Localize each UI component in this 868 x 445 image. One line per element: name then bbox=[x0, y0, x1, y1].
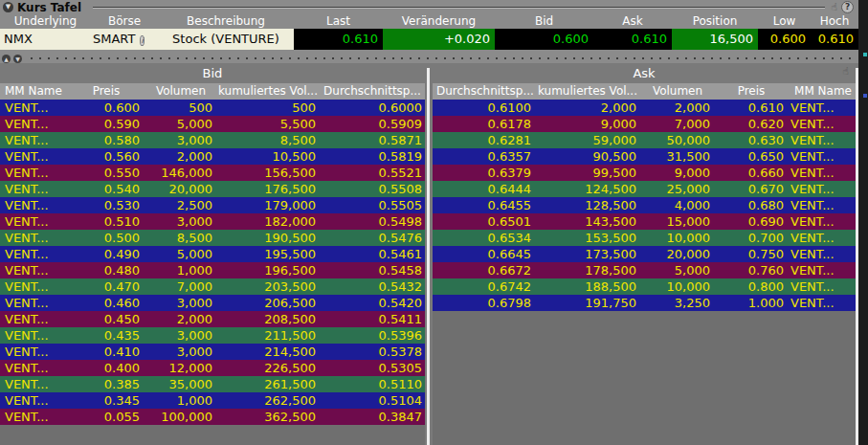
high-cell[interactable]: 0.610 bbox=[811, 29, 858, 50]
bid-cell: 0.5458 bbox=[320, 262, 425, 278]
low-cell[interactable]: 0.600 bbox=[758, 29, 811, 50]
bid-cell: 3,000 bbox=[145, 132, 216, 148]
ask-cell: 0.6645 bbox=[433, 246, 536, 262]
description-cell[interactable]: Stock (VENTURE) bbox=[158, 29, 294, 50]
bid-row[interactable]: VENT...0.4502,000208,5000.5411 bbox=[0, 311, 425, 327]
bid-cell: 0.470 bbox=[67, 278, 145, 295]
help-icon[interactable]: ? bbox=[841, 1, 854, 13]
ask-cell: 0.750 bbox=[716, 246, 787, 262]
bid-cell: 203,500 bbox=[216, 278, 320, 295]
bid-col-price: Preis bbox=[67, 83, 145, 100]
bid-row[interactable]: VENT...0.4707,000203,5000.5432 bbox=[0, 278, 425, 295]
exchange-cell[interactable]: SMARTi bbox=[91, 29, 158, 50]
bid-row[interactable]: VENT...0.055100,000362,5000.3847 bbox=[0, 409, 425, 425]
smart-info-icon[interactable]: i bbox=[140, 35, 144, 46]
summary-col-high: Hoch bbox=[811, 14, 858, 29]
bid-cell: 0.5305 bbox=[320, 360, 425, 376]
bid-cell: VENT... bbox=[0, 344, 67, 360]
bid-row[interactable]: VENT...0.5905,0005,5000.5909 bbox=[0, 116, 425, 132]
bid-row[interactable]: VENT...0.5008,500190,5000.5476 bbox=[0, 230, 425, 246]
bid-cell: VENT... bbox=[0, 392, 67, 409]
underlying-cell[interactable]: NMX bbox=[0, 29, 91, 50]
bid-panel-title: Bid bbox=[0, 63, 425, 83]
ask-panel-title-label: Ask bbox=[633, 66, 655, 80]
ask-row[interactable]: 0.61789,0007,0000.620VENT... bbox=[433, 116, 856, 132]
bid-cell: 0.590 bbox=[67, 116, 145, 132]
ask-cell: 173,500 bbox=[536, 246, 639, 262]
ask-cell[interactable]: 0.610 bbox=[593, 29, 672, 50]
ask-row[interactable]: 0.6645173,50020,0000.750VENT... bbox=[433, 246, 856, 262]
bid-cell: 0.5461 bbox=[320, 246, 425, 262]
ask-row[interactable]: 0.628159,00050,0000.630VENT... bbox=[433, 132, 856, 148]
summary-col-change: Veränderung bbox=[383, 14, 495, 29]
bid-row[interactable]: VENT...0.4353,000211,5000.5396 bbox=[0, 327, 425, 344]
splitter-dots[interactable] bbox=[31, 57, 855, 59]
bid-cell: 214,500 bbox=[216, 344, 320, 360]
bid-row[interactable]: VENT...0.38535,000261,5000.5110 bbox=[0, 376, 425, 392]
ask-cell: 0.800 bbox=[716, 278, 787, 295]
bid-cell: VENT... bbox=[0, 327, 67, 344]
bid-cell: 1,000 bbox=[145, 392, 216, 409]
ask-cell: VENT... bbox=[787, 165, 856, 181]
bid-row[interactable]: VENT...0.40012,000226,5000.5305 bbox=[0, 360, 425, 376]
ask-cell: 0.670 bbox=[716, 181, 787, 197]
scroll-up-button[interactable]: ▲ bbox=[2, 55, 11, 63]
bid-cell: VENT... bbox=[0, 148, 67, 165]
ask-cell: 0.660 bbox=[716, 165, 787, 181]
bid-row[interactable]: VENT...0.5302,500179,0000.5505 bbox=[0, 197, 425, 213]
position-cell[interactable]: 16,500 bbox=[672, 29, 758, 50]
ask-row[interactable]: 0.6455128,5004,0000.680VENT... bbox=[433, 197, 856, 213]
bid-row[interactable]: VENT...0.4103,000214,5000.5378 bbox=[0, 344, 425, 360]
ask-cell: 188,500 bbox=[536, 278, 639, 295]
hand-icon[interactable]: ☝ bbox=[831, 1, 837, 13]
ask-cell: 128,500 bbox=[536, 197, 639, 213]
ask-col-cumulative-volume: kumuliertes Vol... bbox=[536, 83, 639, 100]
bid-row[interactable]: VENT...0.54020,000176,5000.5508 bbox=[0, 181, 425, 197]
bid-row[interactable]: VENT...0.5103,000182,0000.5498 bbox=[0, 213, 425, 230]
ask-cell: 143,500 bbox=[536, 213, 639, 230]
bid-row[interactable]: VENT...0.5803,0008,5000.5871 bbox=[0, 132, 425, 148]
bid-row[interactable]: VENT...0.4603,000206,5000.5420 bbox=[0, 295, 425, 311]
bid-row[interactable]: VENT...0.6005005000.6000 bbox=[0, 100, 425, 116]
bid-cell: 12,000 bbox=[145, 360, 216, 376]
change-cell[interactable]: +0.020 bbox=[383, 29, 495, 50]
ask-row[interactable]: 0.6501143,50015,0000.690VENT... bbox=[433, 213, 856, 230]
edge-marker-teal bbox=[863, 53, 867, 56]
ask-cell: 9,000 bbox=[536, 116, 639, 132]
bid-row[interactable]: VENT...0.5602,00010,5000.5819 bbox=[0, 148, 425, 165]
ask-row[interactable]: 0.6534153,50010,0000.700VENT... bbox=[433, 230, 856, 246]
ask-row[interactable]: 0.6672178,5005,0000.760VENT... bbox=[433, 262, 856, 278]
bid-cell: 5,000 bbox=[145, 116, 216, 132]
ask-row[interactable]: 0.61002,0002,0000.610VENT... bbox=[433, 100, 856, 116]
collapse-button[interactable]: ▼ bbox=[3, 2, 13, 12]
last-cell[interactable]: 0.610 bbox=[294, 29, 383, 50]
bid-cell: 2,500 bbox=[145, 197, 216, 213]
bid-cell: VENT... bbox=[0, 409, 67, 425]
splitter-bar: ▲ ▼ bbox=[0, 54, 868, 63]
bid-row[interactable]: VENT...0.4905,000195,5000.5461 bbox=[0, 246, 425, 262]
bid-row[interactable]: VENT...0.4801,000196,5000.5458 bbox=[0, 262, 425, 278]
ask-row[interactable]: 0.637999,5009,0000.660VENT... bbox=[433, 165, 856, 181]
hand-icon[interactable]: ☝ bbox=[842, 65, 849, 78]
ask-row[interactable]: 0.6798191,7503,2501.000VENT... bbox=[433, 295, 856, 311]
ask-cell: 0.620 bbox=[716, 116, 787, 132]
bid-cell: VENT... bbox=[0, 246, 67, 262]
bid-row[interactable]: VENT...0.550146,000156,5000.5521 bbox=[0, 165, 425, 181]
bid-cell: VENT... bbox=[0, 165, 67, 181]
scroll-down-button[interactable]: ▼ bbox=[13, 55, 22, 63]
bid-cell: VENT... bbox=[0, 197, 67, 213]
ask-row[interactable]: 0.635790,50031,5000.650VENT... bbox=[433, 148, 856, 165]
bid-cell: 35,000 bbox=[145, 376, 216, 392]
summary-col-ask: Ask bbox=[593, 14, 672, 29]
ask-row[interactable]: 0.6742188,50010,0000.800VENT... bbox=[433, 278, 856, 295]
bid-cell: 1,000 bbox=[145, 262, 216, 278]
ask-cell: 7,000 bbox=[639, 116, 716, 132]
ask-cell: 50,000 bbox=[639, 132, 716, 148]
bid-cell: 0.410 bbox=[67, 344, 145, 360]
bid-row[interactable]: VENT...0.3451,000262,5000.5104 bbox=[0, 392, 425, 409]
bid-cell[interactable]: 0.600 bbox=[495, 29, 593, 50]
ask-row[interactable]: 0.6444124,50025,0000.670VENT... bbox=[433, 181, 856, 197]
ask-cell: 0.6672 bbox=[433, 262, 536, 278]
bid-cell: 0.580 bbox=[67, 132, 145, 148]
ask-cell: 3,250 bbox=[639, 295, 716, 311]
